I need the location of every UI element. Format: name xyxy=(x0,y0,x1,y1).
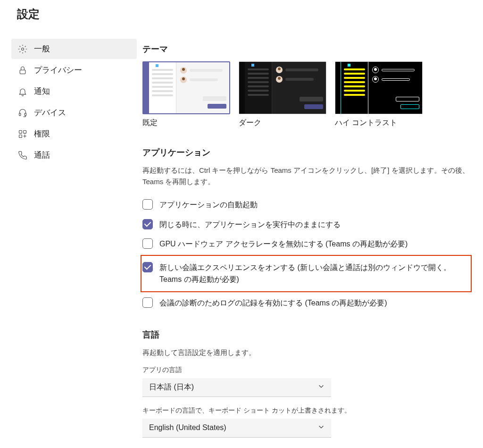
checkbox[interactable] xyxy=(142,262,153,272)
language-section: 言語 再起動して言語設定を適用します。 アプリの言語 日本語 (日本) キーボー… xyxy=(142,329,470,448)
theme-label: ダーク xyxy=(239,118,326,128)
select-value: 日本語 (日本) xyxy=(149,382,194,392)
sidebar-item-label: プライバシー xyxy=(34,65,82,76)
sidebar-item-label: 通知 xyxy=(34,86,50,97)
checkbox-label: 閉じる時に、アプリケーションを実行中のままにする xyxy=(159,219,341,231)
theme-preview-dark xyxy=(239,61,326,114)
option-disable-gpu[interactable]: GPU ハードウェア アクセラレータを無効にする (Teams の再起動が必要) xyxy=(142,234,470,254)
svg-rect-1 xyxy=(20,70,25,74)
settings-title: 設定 xyxy=(17,7,40,22)
sidebar-item-label: 通話 xyxy=(34,150,50,161)
sidebar-item-permissions[interactable]: 権限 xyxy=(11,124,137,144)
svg-rect-2 xyxy=(19,113,21,115)
language-desc: 再起動して言語設定を適用します。 xyxy=(142,347,470,358)
checkbox[interactable] xyxy=(142,297,153,308)
chevron-down-icon xyxy=(318,383,325,391)
svg-rect-5 xyxy=(24,130,26,133)
sidebar-item-devices[interactable]: デバイス xyxy=(11,102,137,123)
option-keep-running[interactable]: 閉じる時に、アプリケーションを実行中のままにする xyxy=(142,215,470,235)
keyboard-language-desc: キーボードの言語で、キーボード ショート カットが上書きされます。 xyxy=(142,406,470,415)
application-section: アプリケーション 再起動するには、Ctrl キーを押しながら Teams アイコ… xyxy=(142,147,470,313)
theme-label: 既定 xyxy=(142,118,230,128)
svg-rect-3 xyxy=(25,113,26,115)
application-desc: 再起動するには、Ctrl キーを押しながら Teams アイコンをクリックし、[… xyxy=(142,165,470,187)
sidebar-item-label: デバイス xyxy=(34,107,66,118)
keyboard-language-select[interactable]: English (United States) xyxy=(142,419,331,438)
checkbox[interactable] xyxy=(142,199,153,210)
app-language-select[interactable]: 日本語 (日本) xyxy=(142,378,331,397)
sidebar-item-notifications[interactable]: 通知 xyxy=(11,81,137,101)
theme-title: テーマ xyxy=(142,43,470,55)
phone-icon xyxy=(18,151,27,160)
theme-option-default[interactable]: 既定 xyxy=(142,61,230,128)
checkbox-label: アプリケーションの自動起動 xyxy=(159,199,258,211)
theme-preview-high-contrast xyxy=(335,61,423,114)
option-new-meeting-experience[interactable]: 新しい会議エクスペリエンスをオンする (新しい会議と通話は別のウィンドウで開く。… xyxy=(142,258,470,289)
option-spellcheck[interactable]: スペル チェックを有効にする xyxy=(142,444,470,448)
theme-preview-default xyxy=(142,61,230,114)
app-language-label: アプリの言語 xyxy=(142,366,470,374)
checkbox[interactable] xyxy=(142,219,153,229)
checkbox-label: 新しい会議エクスペリエンスをオンする (新しい会議と通話は別のウィンドウで開く。… xyxy=(159,262,470,286)
select-value: English (United States) xyxy=(149,423,226,432)
sidebar-item-label: 一般 xyxy=(34,43,50,54)
language-title: 言語 xyxy=(142,329,470,340)
bell-icon xyxy=(18,87,27,96)
lock-icon xyxy=(18,66,27,75)
checkbox-label: 会議の診断のためログの記録を有効にする (Teams の再起動が必要) xyxy=(159,297,387,309)
headset-icon xyxy=(18,108,27,118)
chevron-down-icon xyxy=(318,423,325,432)
theme-label: ハイ コントラスト xyxy=(335,118,423,128)
application-title: アプリケーション xyxy=(142,147,470,158)
apps-icon xyxy=(18,129,27,139)
theme-option-dark[interactable]: ダーク xyxy=(239,61,326,128)
close-button[interactable] xyxy=(458,8,472,21)
gear-icon xyxy=(18,44,27,54)
svg-rect-6 xyxy=(19,135,22,137)
sidebar-item-privacy[interactable]: プライバシー xyxy=(11,60,137,80)
option-meeting-diagnostics[interactable]: 会議の診断のためログの記録を有効にする (Teams の再起動が必要) xyxy=(142,293,470,313)
sidebar-item-label: 権限 xyxy=(34,128,50,139)
svg-rect-4 xyxy=(19,130,22,133)
highlighted-option: 新しい会議エクスペリエンスをオンする (新しい会議と通話は別のウィンドウで開く。… xyxy=(141,255,472,292)
checkbox[interactable] xyxy=(142,238,153,249)
theme-section: テーマ xyxy=(142,43,470,128)
svg-point-0 xyxy=(22,48,24,50)
sidebar-item-calls[interactable]: 通話 xyxy=(11,145,137,165)
theme-option-high-contrast[interactable]: ハイ コントラスト xyxy=(335,61,423,128)
checkbox-label: GPU ハードウェア アクセラレータを無効にする (Teams の再起動が必要) xyxy=(159,238,408,250)
sidebar-item-general[interactable]: 一般 xyxy=(11,39,137,59)
option-autostart[interactable]: アプリケーションの自動起動 xyxy=(142,195,470,215)
